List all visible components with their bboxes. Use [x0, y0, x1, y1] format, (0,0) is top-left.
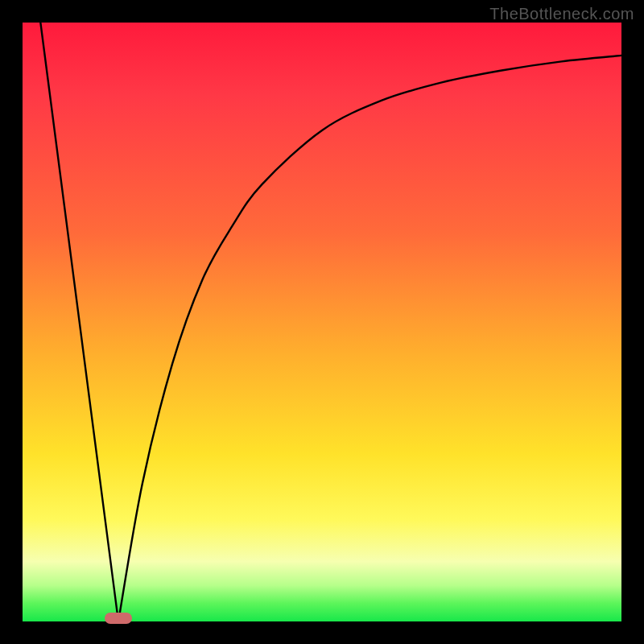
series-left-slope [40, 23, 118, 621]
optimal-point-marker [105, 613, 132, 624]
series-right-curve [118, 56, 621, 621]
chart-frame: TheBottleneck.com [0, 0, 644, 644]
plot-area [23, 23, 621, 621]
chart-lines [23, 23, 621, 621]
watermark-text: TheBottleneck.com [489, 5, 634, 23]
